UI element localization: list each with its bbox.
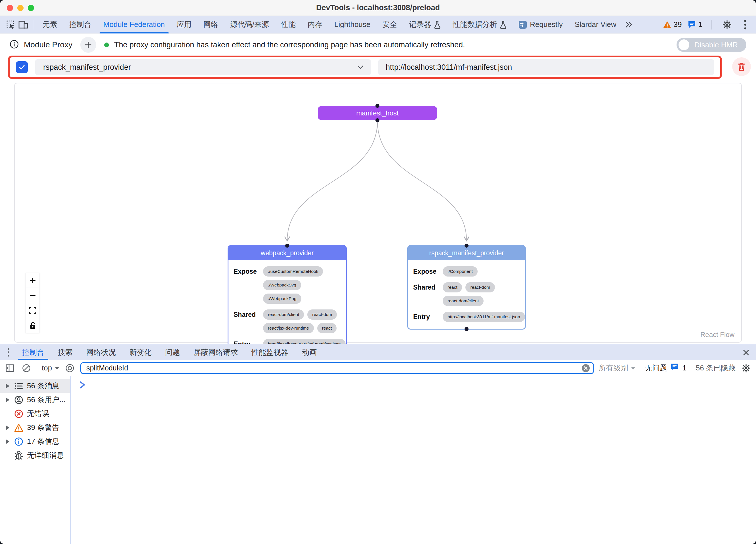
node-handle[interactable] <box>465 244 469 248</box>
node-handle[interactable] <box>465 327 469 331</box>
execution-context-select[interactable]: top <box>42 364 59 372</box>
delete-rule-button[interactable] <box>732 57 751 76</box>
shared-tag: react/jsx-dev-runtime <box>263 323 314 333</box>
console-toolbar: top 所有级别 无问题 1 56 条 <box>0 360 756 376</box>
zoom-in-button[interactable] <box>26 273 39 288</box>
settings-gear-icon[interactable] <box>721 18 733 31</box>
clear-console-icon[interactable] <box>20 362 32 374</box>
react-flow-attribution[interactable]: React Flow <box>700 331 734 339</box>
tab-slardar-view[interactable]: Slardar View <box>569 16 622 33</box>
expander-triangle-icon[interactable] <box>6 439 11 444</box>
console-tab-changes[interactable]: 新变化 <box>123 344 158 360</box>
flow-node-webpack-provider[interactable]: webpack_provider Expose ./useCustomRemot… <box>228 245 347 357</box>
tab-elements[interactable]: 元素 <box>37 16 63 33</box>
requestly-icon <box>518 20 527 29</box>
issues-status[interactable]: 无问题 1 <box>645 363 686 373</box>
shared-tag: react-dom <box>307 309 337 320</box>
hidden-messages-count[interactable]: 56 条已隐藏 <box>696 363 736 373</box>
user-icon <box>14 395 23 404</box>
node-handle[interactable] <box>285 244 289 248</box>
expose-tag: ./WebpackSvg <box>263 280 301 290</box>
message-list-icon <box>14 381 23 390</box>
tab-memory[interactable]: 内存 <box>302 16 328 33</box>
console-tab-network-blocking[interactable]: 屏蔽网络请求 <box>187 344 245 360</box>
add-proxy-rule-button[interactable] <box>80 37 96 53</box>
fit-view-button[interactable] <box>26 303 39 318</box>
console-sidebar-toggle-icon[interactable] <box>4 362 16 374</box>
flow-node-rspack-manifest-provider[interactable]: rspack_manifest_provider Expose ./Compon… <box>407 245 526 329</box>
kebab-menu-icon[interactable] <box>739 18 751 31</box>
node-handle[interactable] <box>375 104 379 108</box>
expander-triangle-icon[interactable] <box>6 425 11 430</box>
zoom-window-button[interactable] <box>28 5 34 11</box>
clear-filter-icon[interactable] <box>581 363 591 373</box>
more-tabs-icon[interactable] <box>622 18 635 31</box>
tab-console[interactable]: 控制台 <box>63 16 97 33</box>
message-bubble-icon <box>688 21 696 29</box>
lock-interactivity-button[interactable] <box>26 318 39 333</box>
close-drawer-icon[interactable] <box>741 347 751 358</box>
tab-module-federation[interactable]: Module Federation <box>97 16 171 33</box>
module-graph-canvas[interactable]: manifest_host webpack_provider Expose ./… <box>14 83 742 343</box>
sidebar-item-info[interactable]: 17 条信息 <box>0 434 70 448</box>
tab-application[interactable]: 应用 <box>171 16 198 33</box>
module-proxy-header: Module Proxy The proxy configuration has… <box>0 33 756 56</box>
tab-requestly[interactable]: Requestly <box>513 16 569 33</box>
warnings-badge[interactable]: 39 <box>663 20 682 29</box>
section-label: Shared <box>413 282 439 306</box>
expose-tag: ./WebpackPng <box>263 293 301 304</box>
tab-recorder[interactable]: 记录器 <box>403 16 447 33</box>
tab-performance-insights[interactable]: 性能数据分析 <box>447 16 513 33</box>
node-handle[interactable] <box>375 118 379 122</box>
divider <box>691 363 691 373</box>
console-tab-network-conditions[interactable]: 网络状况 <box>79 344 123 360</box>
console-tab-console[interactable]: 控制台 <box>15 344 51 360</box>
tab-network[interactable]: 网络 <box>198 16 224 33</box>
console-tab-issues[interactable]: 问题 <box>158 344 187 360</box>
shared-tag: react <box>317 323 337 333</box>
device-toolbar-icon[interactable] <box>17 18 30 31</box>
filter-field <box>80 362 594 374</box>
close-window-button[interactable] <box>7 5 13 11</box>
provider-select[interactable]: rspack_manifest_provider <box>35 59 371 75</box>
issues-badge[interactable]: 1 <box>688 20 702 29</box>
tab-lighthouse[interactable]: Lighthouse <box>328 16 376 33</box>
tab-sources[interactable]: 源代码/来源 <box>224 16 275 33</box>
inspect-element-icon[interactable] <box>5 18 17 31</box>
expander-triangle-icon[interactable] <box>6 397 11 402</box>
flow-node-manifest-host[interactable]: manifest_host <box>318 106 437 120</box>
traffic-lights <box>7 5 34 11</box>
expander-triangle-icon[interactable] <box>6 383 11 388</box>
drawer-kebab-menu-icon[interactable] <box>3 346 14 358</box>
console-sidebar: 56 条消息 56 条用户... 无错误 39 条警告 <box>0 376 71 544</box>
shared-tag: react-dom/client <box>443 296 484 306</box>
status-dot <box>104 43 109 47</box>
tab-performance[interactable]: 性能 <box>275 16 302 33</box>
sidebar-item-warnings[interactable]: 39 条警告 <box>0 421 70 434</box>
shared-section: Shared react react-dom react-dom/client <box>413 282 521 306</box>
info-icon[interactable] <box>10 40 19 50</box>
sidebar-item-all-messages[interactable]: 56 条消息 <box>0 379 70 393</box>
log-level-filter[interactable]: 所有级别 <box>599 363 635 373</box>
section-label: Entry <box>413 312 439 322</box>
disable-hmr-toggle[interactable]: Disable HMR <box>677 38 746 52</box>
toggle-label: Disable HMR <box>694 41 738 49</box>
manifest-url-input[interactable] <box>378 59 714 75</box>
console-filter-input[interactable] <box>80 362 594 374</box>
sidebar-item-verbose[interactable]: 无详细消息 <box>0 448 70 462</box>
console-messages-area[interactable] <box>71 376 756 544</box>
console-tab-performance-monitor[interactable]: 性能监视器 <box>245 344 295 360</box>
chevron-down-icon <box>357 63 364 72</box>
live-expression-eye-icon[interactable] <box>64 362 76 374</box>
rule-enabled-checkbox[interactable] <box>16 61 28 73</box>
flask-icon <box>434 21 441 29</box>
flask-icon <box>500 21 507 29</box>
console-tab-animations[interactable]: 动画 <box>295 344 324 360</box>
console-tab-search[interactable]: 搜索 <box>51 344 79 360</box>
tab-security[interactable]: 安全 <box>376 16 403 33</box>
console-settings-gear-icon[interactable] <box>740 362 752 374</box>
sidebar-item-user-messages[interactable]: 56 条用户... <box>0 393 70 407</box>
sidebar-item-errors[interactable]: 无错误 <box>0 407 70 421</box>
zoom-out-button[interactable] <box>26 288 39 303</box>
minimize-window-button[interactable] <box>17 5 24 11</box>
